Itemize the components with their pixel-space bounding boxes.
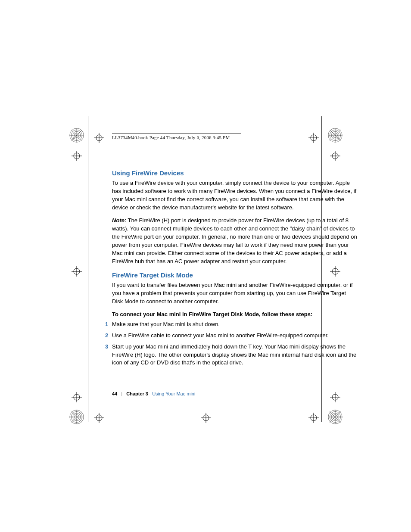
svg-point-3	[75, 133, 79, 138]
page-number: 44	[112, 391, 117, 396]
page-footer: 44 | Chapter 3 Using Your Mac mini	[112, 391, 195, 396]
registration-mark-icon	[308, 413, 319, 423]
chapter-label: Chapter 3	[126, 391, 148, 396]
running-header: LL3734M40.book Page 44 Thursday, July 6,…	[112, 134, 241, 140]
registration-mark-icon	[72, 151, 82, 161]
svg-point-14	[331, 413, 339, 421]
svg-point-16	[96, 135, 102, 141]
footer-divider: |	[121, 391, 122, 396]
svg-point-22	[74, 394, 80, 400]
section-heading-target-disk-mode: FireWire Target Disk Mode	[112, 271, 358, 279]
svg-point-26	[311, 415, 317, 421]
svg-point-15	[333, 415, 338, 420]
list-item: 3Start up your Mac mini and immediately …	[112, 343, 358, 367]
svg-point-24	[96, 415, 102, 421]
step-text: Use a FireWire cable to connect your Mac…	[112, 332, 329, 339]
svg-point-12	[328, 410, 342, 424]
registration-mark-icon	[94, 413, 104, 423]
page-content: LL3734M40.book Page 44 Thursday, July 6,…	[112, 134, 358, 370]
chapter-title: Using Your Mac mini	[152, 391, 195, 396]
registration-mark-icon	[72, 266, 82, 277]
registration-mark-icon	[330, 392, 340, 402]
svg-point-25	[203, 415, 209, 421]
svg-point-13	[330, 411, 340, 422]
svg-point-8	[70, 410, 84, 424]
step-number: 2	[105, 332, 108, 340]
registration-mark-icon	[72, 392, 82, 402]
spiro-mark-icon	[327, 409, 343, 425]
svg-point-2	[73, 131, 81, 139]
note-body: The FireWire (H) port is designed to pro…	[112, 217, 357, 264]
spiro-mark-icon	[69, 409, 84, 425]
svg-point-1	[71, 130, 82, 140]
body-paragraph: To use a FireWire device with your compu…	[112, 179, 358, 212]
svg-point-20	[74, 268, 80, 274]
note-label: Note:	[112, 217, 126, 224]
steps-intro: To connect your Mac mini in FireWire Tar…	[112, 311, 358, 317]
step-text: Make sure that your Mac mini is shut dow…	[112, 321, 220, 327]
svg-point-11	[75, 415, 79, 420]
list-item: 2Use a FireWire cable to connect your Ma…	[112, 332, 358, 340]
note-paragraph: Note: The FireWire (H) port is designed …	[112, 217, 358, 265]
guide-vline-left	[88, 116, 88, 422]
registration-mark-icon	[201, 413, 211, 423]
step-text: Start up your Mac mini and immediately h…	[112, 343, 356, 366]
list-item: 1Make sure that your Mac mini is shut do…	[112, 320, 358, 329]
steps-list: 1Make sure that your Mac mini is shut do…	[112, 320, 358, 367]
step-number: 3	[105, 343, 108, 351]
svg-point-0	[70, 128, 84, 142]
registration-mark-icon	[94, 133, 104, 143]
svg-point-18	[74, 153, 80, 159]
svg-point-23	[332, 394, 338, 400]
step-number: 1	[105, 320, 108, 329]
svg-point-9	[71, 411, 82, 422]
section-heading-using-firewire: Using FireWire Devices	[112, 169, 358, 177]
svg-point-10	[73, 413, 81, 421]
body-paragraph: If you want to transfer files between yo…	[112, 281, 358, 306]
spiro-mark-icon	[69, 128, 84, 143]
